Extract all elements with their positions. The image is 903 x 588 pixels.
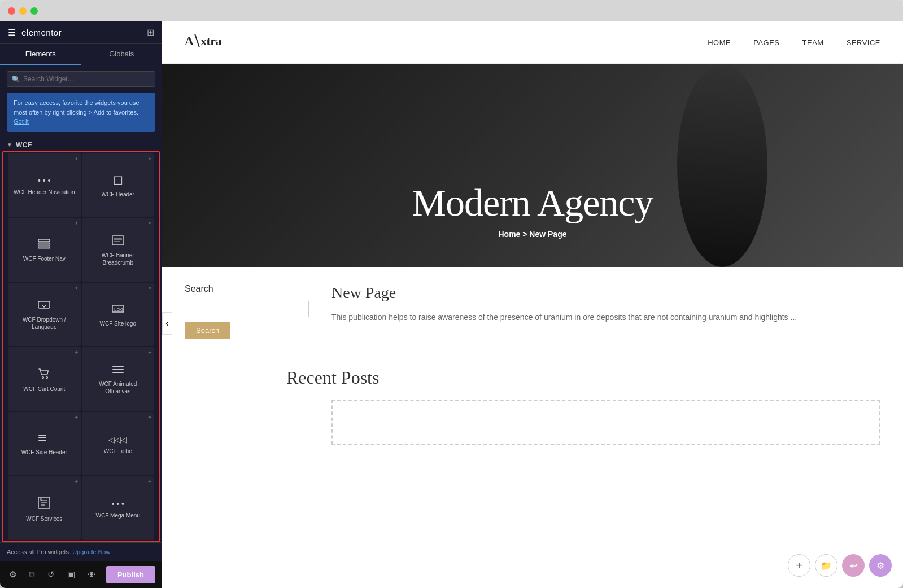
- svg-rect-22: [40, 498, 42, 501]
- promo-link[interactable]: Got It: [14, 118, 29, 125]
- preview-area: A xtra HOME PAGES TEAM SERVICE: [162, 21, 903, 588]
- nav-service[interactable]: SERVICE: [847, 38, 880, 47]
- svg-text:LOGO: LOGO: [114, 307, 124, 312]
- svg-line-24: [195, 34, 199, 47]
- widget-icon: • • •: [112, 499, 124, 508]
- star-icon: ✦: [147, 220, 152, 226]
- star-icon: ✦: [147, 156, 152, 162]
- content-left: Search Search: [185, 284, 309, 339]
- hero-title: Modern Agency: [412, 181, 653, 225]
- breadcrumb-home[interactable]: Home: [498, 230, 520, 239]
- star-icon: ✦: [74, 349, 78, 356]
- panel-footer: Access all Pro widgets. Upgrade Now: [0, 542, 162, 561]
- nav-pages[interactable]: PAGES: [753, 38, 779, 47]
- preview-icon[interactable]: 👁: [85, 568, 98, 582]
- svg-rect-0: [38, 239, 50, 242]
- settings-icon[interactable]: ⚙: [7, 567, 19, 582]
- footer-text: Access all Pro widgets.: [7, 548, 71, 555]
- svg-rect-3: [38, 247, 50, 248]
- wcf-section-header: ▼ WCF: [0, 137, 162, 151]
- site-navbar: A xtra HOME PAGES TEAM SERVICE: [162, 21, 903, 64]
- widget-icon: [38, 239, 50, 252]
- breadcrumb-current: New Page: [529, 230, 566, 239]
- search-title: Search: [185, 284, 309, 294]
- layers-icon[interactable]: ⧉: [27, 567, 37, 582]
- widget-wcf-services[interactable]: ✦ WCF Services: [8, 476, 81, 540]
- widget-icon: ☐: [113, 174, 123, 187]
- widget-wcf-header-navigation[interactable]: ✦ • • • WCF Header Navigation: [8, 153, 81, 217]
- tab-globals[interactable]: Globals: [81, 44, 163, 65]
- widget-icon: LOGO: [112, 304, 124, 317]
- widget-label: WCF Lottie: [104, 447, 132, 455]
- search-submit-button[interactable]: Search: [185, 322, 230, 339]
- panel-header-left: ☰ elementor: [8, 27, 62, 38]
- nav-home[interactable]: HOME: [708, 38, 731, 47]
- star-icon: ✦: [74, 479, 78, 485]
- star-icon: ✦: [74, 156, 78, 162]
- svg-point-11: [46, 376, 48, 378]
- svg-rect-5: [114, 238, 122, 240]
- widget-wcf-side-header[interactable]: ✦ WCF Side Header: [8, 412, 81, 476]
- site-nav: HOME PAGES TEAM SERVICE: [708, 38, 880, 47]
- nav-team[interactable]: TEAM: [802, 38, 824, 47]
- elementor-panel: ☰ elementor ⊞ Elements Globals 🔍 For eas…: [0, 21, 162, 588]
- website-preview: A xtra HOME PAGES TEAM SERVICE: [162, 21, 903, 588]
- widget-icon: • • •: [38, 176, 50, 185]
- logo-svg: A xtra: [185, 32, 241, 50]
- widget-wcf-site-logo[interactable]: ✦ LOGO WCF Site logo: [82, 283, 155, 346]
- panel-bottom-bar: ⚙ ⧉ ↺ ▣ 👁 Publish →: [0, 561, 162, 588]
- widget-label: WCF Dropdown / Language: [12, 316, 76, 331]
- grid-icon[interactable]: ⊞: [147, 27, 154, 38]
- promo-text: For easy access, favorite the widgets yo…: [14, 99, 139, 116]
- widget-wcf-cart-count[interactable]: ✦ WCF Cart Count: [8, 347, 81, 411]
- settings-float-button[interactable]: ⚙: [869, 554, 892, 577]
- publish-button[interactable]: Publish: [106, 566, 155, 583]
- widget-wcf-mega-menu[interactable]: ✦ • • • WCF Mega Menu: [82, 476, 155, 540]
- star-icon: ✦: [74, 285, 78, 291]
- widgets-grid: ✦ • • • WCF Header Navigation ✦ ☐ WCF He…: [2, 151, 160, 543]
- svg-text:xtra: xtra: [200, 34, 222, 48]
- widget-wcf-header[interactable]: ✦ ☐ WCF Header: [82, 153, 155, 217]
- content-area: Search Search New Page This publication …: [162, 267, 903, 356]
- folder-button[interactable]: 📁: [815, 554, 837, 577]
- widget-wcf-lottie[interactable]: ✦ ◁◁◁ WCF Lottie: [82, 412, 155, 476]
- recent-posts-title: Recent Posts: [286, 362, 379, 394]
- widget-icon: [38, 433, 50, 445]
- maximize-button[interactable]: [30, 7, 38, 15]
- search-widget: Search Search: [185, 284, 309, 339]
- widget-wcf-footer-nav[interactable]: ✦ WCF Footer Nav: [8, 218, 81, 282]
- hamburger-icon[interactable]: ☰: [8, 27, 16, 38]
- tab-elements[interactable]: Elements: [0, 44, 81, 65]
- star-icon: ✦: [74, 220, 78, 226]
- upgrade-link[interactable]: Upgrade Now: [72, 548, 110, 555]
- search-input[interactable]: [185, 301, 309, 317]
- widget-wcf-animated-offcanvas[interactable]: ✦ WCF Animated Offcanvas: [82, 347, 155, 411]
- post-excerpt: This publication helps to raise awarenes…: [331, 311, 880, 324]
- widget-wcf-banner-breadcrumb[interactable]: ✦ WCF Banner Breadcrumb: [82, 218, 155, 282]
- svg-rect-2: [38, 245, 50, 246]
- add-button[interactable]: +: [788, 554, 810, 577]
- panel-title: elementor: [21, 28, 62, 37]
- search-widget-wrapper: 🔍: [0, 65, 162, 93]
- template-icon[interactable]: ▣: [65, 567, 77, 582]
- app-body: ☰ elementor ⊞ Elements Globals 🔍 For eas…: [0, 21, 903, 588]
- back-button[interactable]: ↩: [842, 554, 865, 577]
- svg-text:A: A: [185, 34, 194, 48]
- widget-label: WCF Footer Nav: [23, 255, 66, 262]
- promo-banner: For easy access, favorite the widgets yo…: [7, 93, 155, 132]
- widget-icon: [112, 365, 124, 377]
- star-icon: ✦: [147, 479, 152, 485]
- widget-label: WCF Header Navigation: [14, 188, 75, 196]
- app-window: ☰ elementor ⊞ Elements Globals 🔍 For eas…: [0, 0, 903, 588]
- widget-label: WCF Mega Menu: [96, 512, 140, 519]
- site-logo: A xtra: [185, 32, 241, 53]
- collapse-handle[interactable]: ‹: [162, 312, 172, 335]
- close-button[interactable]: [8, 7, 15, 15]
- search-widget-input[interactable]: [7, 71, 155, 87]
- widget-icon: [112, 235, 124, 248]
- widget-wcf-dropdown[interactable]: ✦ WCF Dropdown / Language: [8, 283, 81, 346]
- minimize-button[interactable]: [19, 7, 27, 15]
- history-icon[interactable]: ↺: [45, 567, 57, 582]
- svg-point-10: [42, 376, 44, 378]
- widget-label: WCF Cart Count: [23, 385, 65, 393]
